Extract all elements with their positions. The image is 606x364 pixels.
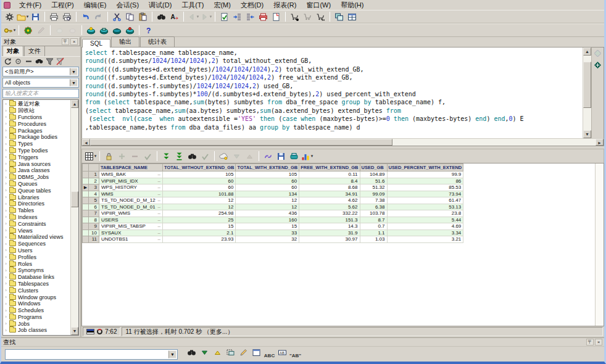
key-icon[interactable]: ▾: [3, 25, 16, 36]
expander-icon[interactable]: ›: [3, 141, 9, 147]
scroll-up-icon[interactable]: ▲: [583, 48, 591, 56]
tri-down-green-icon[interactable]: [198, 347, 211, 358]
cell[interactable]: 85.53: [387, 184, 463, 191]
cell[interactable]: WMS_BAK–: [99, 172, 163, 178]
cell[interactable]: 12: [163, 204, 236, 210]
redo-icon[interactable]: [92, 11, 105, 23]
refresh-icon[interactable]: [2, 57, 13, 66]
tri-down-icon[interactable]: [230, 151, 243, 162]
expander-icon[interactable]: ›: [3, 181, 9, 186]
cut-icon[interactable]: [110, 11, 123, 23]
tree-item-job-classes[interactable]: ›Job classes: [3, 327, 70, 334]
cell[interactable]: 160: [236, 217, 299, 223]
expander-icon[interactable]: ›: [3, 254, 9, 260]
tree-item-materialized-views[interactable]: ›Materialized views: [3, 234, 70, 241]
tree-item-functions[interactable]: ›Functions: [3, 114, 70, 121]
object-filter-combo[interactable]: All objects ▼: [2, 78, 79, 88]
table-row[interactable]: 9VIPIIR_MIS_TABSP–151514.30.74.69: [83, 223, 463, 230]
column-header[interactable]: TABLESPACE_NAME: [99, 164, 163, 172]
cell[interactable]: 86: [387, 178, 463, 184]
word-box-icon[interactable]: AB: [276, 347, 289, 358]
binoculars-icon[interactable]: [155, 11, 168, 23]
cell[interactable]: 60: [236, 184, 299, 191]
tree-item-recent-objects[interactable]: ›最近对象: [3, 101, 70, 107]
cell[interactable]: 7.38: [360, 197, 387, 204]
cell[interactable]: 2.1: [163, 230, 236, 236]
browser-tab-files[interactable]: 文件: [24, 46, 45, 56]
minus-icon[interactable]: [128, 151, 141, 162]
tree-item-queue-tables[interactable]: ›Queue tables: [3, 187, 70, 194]
menu-item-session[interactable]: 会话(S): [111, 1, 144, 9]
quoted-ab-icon[interactable]: "AB": [289, 350, 302, 362]
menu-item-project[interactable]: 工程(P): [46, 1, 79, 9]
tree-item-database-links[interactable]: ›Database links: [3, 274, 70, 281]
menu-item-debug[interactable]: 调试(D): [144, 1, 176, 9]
tree-item-java-sources[interactable]: ›Java sources: [3, 160, 70, 167]
menu-item-help[interactable]: 帮助(H): [336, 1, 368, 9]
fetch-next-icon[interactable]: [160, 151, 173, 162]
boat-icon[interactable]: [98, 25, 110, 36]
export-teal-icon[interactable]: [288, 151, 301, 162]
save-icon[interactable]: [275, 151, 288, 162]
scroll-down-icon[interactable]: ▼: [583, 130, 591, 138]
expander-icon[interactable]: ›: [3, 281, 9, 286]
outdent-icon[interactable]: [244, 11, 257, 23]
gear-icon[interactable]: [3, 11, 16, 23]
tree-item-tablespaces[interactable]: ›Tablespaces: [3, 281, 70, 287]
tree-item-procedures[interactable]: ›Procedures: [3, 120, 70, 127]
editor-tab-sql[interactable]: SQL: [82, 39, 110, 48]
funnel-icon[interactable]: [44, 57, 55, 66]
expander-icon[interactable]: ›: [3, 287, 9, 293]
cell[interactable]: 8.4: [299, 178, 360, 184]
cell[interactable]: 103.78: [360, 210, 387, 217]
table-window-icon[interactable]: [346, 11, 359, 23]
cell[interactable]: 1.1: [360, 230, 387, 236]
boat-red-icon[interactable]: [123, 25, 136, 36]
tree-item-windows[interactable]: ›Windows: [3, 300, 70, 307]
tree-item-roles[interactable]: ›Roles: [3, 260, 70, 267]
cell[interactable]: VIPIIR_WMS–: [99, 210, 163, 217]
cell[interactable]: 5.62: [299, 204, 360, 210]
cart-dot-icon[interactable]: [288, 11, 301, 23]
tree-item-package-bodies[interactable]: ›Package bodies: [3, 134, 70, 141]
expander-icon[interactable]: ›: [3, 194, 9, 200]
cell[interactable]: 51.32: [360, 184, 387, 191]
select-block-icon[interactable]: [224, 347, 237, 358]
scroll-right-icon[interactable]: ►: [596, 139, 604, 146]
cell[interactable]: 60: [163, 178, 236, 184]
tree-item-packages[interactable]: ›Packages: [3, 127, 70, 134]
cell[interactable]: 332.22: [299, 210, 360, 217]
cell[interactable]: WPS_HISTORY–: [99, 184, 163, 191]
scroll-down-icon[interactable]: ▼: [71, 327, 78, 335]
scroll-left-icon[interactable]: ◄: [82, 139, 90, 146]
cell[interactable]: 51.6: [360, 178, 387, 184]
cell[interactable]: 436: [236, 210, 299, 217]
expander-icon[interactable]: ›: [3, 314, 9, 320]
tree-item-recycle-bin[interactable]: ›回收站: [3, 107, 70, 114]
expander-icon[interactable]: ›: [3, 154, 9, 160]
expander-icon[interactable]: ›: [3, 208, 9, 213]
cell[interactable]: SYSAUX–: [99, 230, 163, 236]
menu-item-reports[interactable]: 报表(R): [268, 1, 301, 9]
expander-icon[interactable]: ›: [3, 128, 9, 133]
expander-icon[interactable]: ›: [3, 234, 9, 240]
pencil-icon[interactable]: [35, 25, 48, 36]
cell[interactable]: 105: [236, 172, 299, 178]
table-row[interactable]: 4WMS–101.8813434.9199.0973.94: [83, 191, 463, 197]
table-row[interactable]: 2VIPIIR_MIS_IDX–60608.451.686: [83, 178, 463, 184]
cell[interactable]: 23.8: [387, 210, 463, 217]
menu-item-docs[interactable]: 文档(D): [236, 1, 268, 9]
table-row[interactable]: ▶3WPS_HISTORY–60608.6851.3285.53: [83, 184, 463, 191]
cell[interactable]: 105: [163, 172, 236, 178]
tree-item-schedules[interactable]: ›Schedules: [3, 307, 70, 314]
expander-icon[interactable]: ›: [3, 268, 9, 273]
cell[interactable]: 53.13: [387, 204, 463, 210]
expander-icon[interactable]: ›: [3, 294, 9, 300]
table-row[interactable]: 6TS_TD_NODE_D_M_01–12125.626.3853.13: [83, 204, 463, 210]
expander-icon[interactable]: ›: [3, 308, 9, 313]
pin-icon[interactable]: 〒: [586, 339, 594, 345]
expander-icon[interactable]: ›: [3, 134, 9, 140]
cell[interactable]: 30.97: [299, 236, 360, 243]
cell[interactable]: UNDOTBS1–: [99, 236, 163, 243]
cell[interactable]: 5.44: [387, 217, 463, 223]
